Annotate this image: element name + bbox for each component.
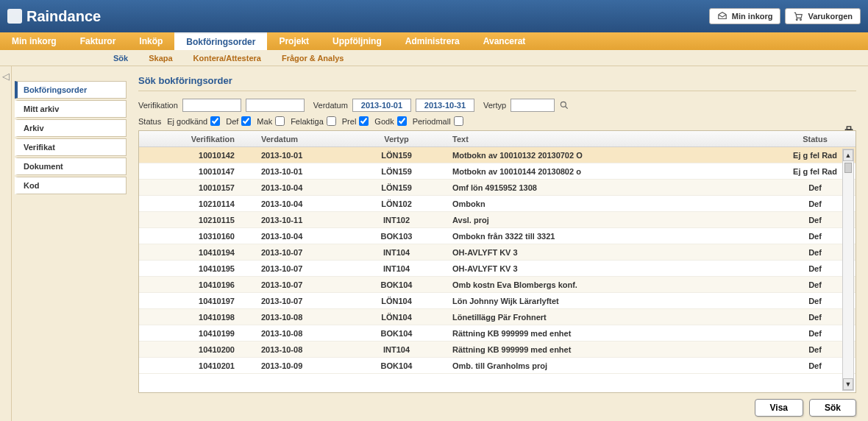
cell-verifikation: 10410194 [139, 246, 257, 259]
main-nav: Min inkorgFakturorInköpBokföringsorderPr… [0, 32, 868, 50]
svg-rect-4 [847, 127, 850, 130]
cell-vertyp: INT102 [345, 213, 448, 227]
cart-icon [793, 11, 803, 21]
cell-verifikation: 10210115 [139, 213, 257, 227]
table-row[interactable]: 102101142013-10-04LÖN102OmboknDef [139, 196, 855, 212]
table-row[interactable]: 104101962013-10-07BOK104Omb kostn Eva Bl… [139, 277, 855, 293]
sidebar-item-mittarkiv[interactable]: Mitt arkiv [15, 100, 127, 118]
table-row[interactable]: 103101602013-10-04BOK103Ombokn från 3322… [139, 228, 855, 244]
cell-text: Lönetillägg Pär Frohnert [448, 311, 775, 324]
cell-verdatum: 2013-10-07 [257, 278, 345, 291]
table-row[interactable]: 104101942013-10-07INT104OH-AVLYFT KV 3De… [139, 244, 855, 261]
cell-verifikation: 10410195 [139, 262, 257, 275]
search-icon[interactable] [559, 100, 569, 110]
cell-text: Rättning KB 999999 med enhet [448, 343, 775, 356]
sidebar-item-dokument[interactable]: Dokument [15, 158, 127, 175]
table-row[interactable]: 100101422013-10-01LÖN159Motbokn av 10010… [139, 147, 855, 163]
cell-verdatum: 2013-10-01 [257, 149, 345, 162]
main-tab-administrera[interactable]: Administrera [394, 32, 472, 50]
col-text[interactable]: Text [448, 132, 775, 146]
verifikation-from-input[interactable] [182, 99, 241, 112]
status-felaktiga[interactable]: Felaktiga [291, 116, 336, 126]
table-row[interactable]: 100101572013-10-04LÖN159Omf lön 4915952 … [139, 180, 855, 196]
sub-tab-skapa[interactable]: Skapa [138, 54, 182, 63]
status-godk[interactable]: Godk [374, 116, 406, 126]
sub-tab-konteraattestera[interactable]: Kontera/Attestera [183, 54, 271, 63]
verifikation-to-input[interactable] [246, 99, 305, 112]
visa-button[interactable]: Visa [755, 399, 803, 417]
sidebar-item-arkiv[interactable]: Arkiv [15, 119, 127, 137]
content-area: Sök bokföringsorder Verifikation Verdatu… [129, 66, 868, 421]
inbox-icon [717, 11, 728, 21]
results-table: Verifikation Verdatum Vertyp Text Status… [138, 130, 856, 393]
table-row[interactable]: 104102012013-10-09BOK104Omb. till Granho… [139, 358, 855, 374]
cell-vertyp: LÖN159 [345, 181, 448, 194]
scroll-thumb[interactable] [844, 163, 852, 173]
vertyp-input[interactable] [511, 99, 555, 112]
body-wrap: ◁ BokföringsorderMitt arkivArkivVerifika… [0, 66, 868, 421]
filter-row: Verifikation Verdatum Vertyp [138, 99, 856, 112]
sub-tab-frgoranalys[interactable]: Frågor & Analys [271, 54, 355, 63]
cell-vertyp: LÖN102 [345, 197, 448, 210]
sidebar-collapse-handle[interactable]: ◁ [0, 66, 12, 421]
col-vertyp[interactable]: Vertyp [345, 132, 448, 146]
main-tab-inkp[interactable]: Inköp [127, 32, 174, 50]
cell-vertyp: LÖN159 [345, 149, 448, 162]
table-row[interactable]: 102101152013-10-11INT102Avsl. projDef [139, 212, 855, 228]
col-status[interactable]: Status [775, 132, 855, 146]
cell-verdatum: 2013-10-01 [257, 165, 345, 178]
sidebar-item-kod[interactable]: Kod [15, 177, 127, 194]
scroll-up-icon[interactable]: ▲ [843, 149, 853, 161]
svg-point-0 [797, 19, 798, 21]
cell-text: Motbokn av 10010144 20130802 o [448, 165, 775, 178]
cell-text: Omf lön 4915952 1308 [448, 181, 775, 194]
cell-text: Ombokn från 3322 till 3321 [448, 230, 775, 243]
status-periodmall[interactable]: Periodmall [413, 116, 463, 126]
cell-verifikation: 10410199 [139, 327, 257, 340]
cell-verdatum: 2013-10-04 [257, 197, 345, 210]
col-verdatum[interactable]: Verdatum [257, 132, 345, 146]
status-mak[interactable]: Mak [257, 116, 285, 126]
cart-button[interactable]: Varukorgen [785, 8, 861, 24]
cell-text: Motbokn av 10010132 20130702 O [448, 149, 775, 162]
cell-vertyp: LÖN104 [345, 311, 448, 324]
main-tab-bokfringsorder[interactable]: Bokföringsorder [174, 32, 267, 50]
cell-vertyp: INT104 [345, 246, 448, 259]
sok-button[interactable]: Sök [809, 399, 856, 417]
main-tab-avancerat[interactable]: Avancerat [472, 32, 538, 50]
scroll-down-icon[interactable]: ▼ [843, 378, 853, 390]
cell-verifikation: 10410198 [139, 311, 257, 324]
cell-text: Ombokn [448, 197, 775, 210]
cell-text: OH-AVLYFT KV 3 [448, 262, 775, 275]
page-title: Sök bokföringsorder [138, 75, 856, 91]
cell-vertyp: BOK104 [345, 359, 448, 372]
main-tab-projekt[interactable]: Projekt [267, 32, 321, 50]
col-verifikation[interactable]: Verifikation [139, 132, 257, 146]
cell-verdatum: 2013-10-08 [257, 311, 345, 324]
scrollbar[interactable]: ▲ ▼ [842, 149, 854, 391]
cell-verifikation: 10410196 [139, 278, 257, 291]
my-inbox-button[interactable]: Min inkorg [709, 8, 781, 24]
status-ej-godkand[interactable]: Ej godkänd [167, 116, 220, 126]
main-tab-uppfljning[interactable]: Uppföljning [321, 32, 394, 50]
date-to-input[interactable] [416, 99, 474, 112]
sidebar-item-bokfringsorder[interactable]: Bokföringsorder [15, 81, 127, 99]
table-row[interactable]: 104101972013-10-07LÖN104Lön Johnny Wijk … [139, 293, 855, 309]
table-row[interactable]: 104101992013-10-08BOK104Rättning KB 9999… [139, 325, 855, 342]
cell-verifikation: 10010147 [139, 165, 257, 178]
cell-verdatum: 2013-10-07 [257, 246, 345, 259]
main-tab-fakturor[interactable]: Fakturor [68, 32, 128, 50]
cell-verifikation: 10410200 [139, 343, 257, 356]
cell-vertyp: LÖN104 [345, 294, 448, 308]
date-from-input[interactable] [352, 99, 411, 112]
status-def[interactable]: Def [226, 116, 251, 126]
sidebar-item-verifikat[interactable]: Verifikat [15, 138, 127, 156]
table-row[interactable]: 100101472013-10-01LÖN159Motbokn av 10010… [139, 163, 855, 180]
main-tab-mininkorg[interactable]: Min inkorg [0, 32, 68, 50]
sub-tab-sk[interactable]: Sök [103, 54, 138, 63]
status-prel[interactable]: Prel [342, 116, 369, 126]
table-row[interactable]: 104102002013-10-08INT104Rättning KB 9999… [139, 342, 855, 358]
cell-text: Rättning KB 999999 med enhet [448, 327, 775, 340]
table-row[interactable]: 104101982013-10-08LÖN104Lönetillägg Pär … [139, 309, 855, 325]
table-row[interactable]: 104101952013-10-07INT104OH-AVLYFT KV 3De… [139, 261, 855, 277]
